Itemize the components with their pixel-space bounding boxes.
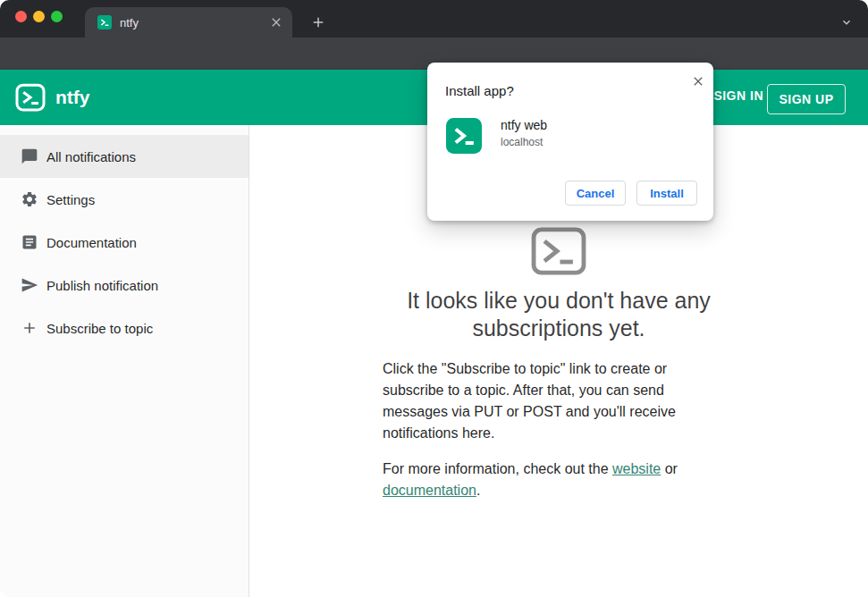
sidebar-item-label: Subscribe to topic — [46, 321, 153, 336]
send-icon — [21, 276, 38, 294]
sidebar: All notifications Settings Documentation… — [0, 125, 249, 597]
window-fullscreen-button[interactable] — [51, 11, 63, 22]
empty-state-copy: Click the "Subscribe to topic" link to c… — [383, 358, 697, 501]
window-minimize-button[interactable] — [33, 11, 45, 22]
tab-title: ntfy — [120, 16, 261, 29]
plus-icon — [21, 319, 38, 337]
brand-title: ntfy — [55, 87, 90, 108]
browser-window: ntfy localhost — [0, 0, 868, 597]
dialog-app-name: ntfy web — [501, 118, 547, 132]
sidebar-item-label: All notifications — [46, 149, 136, 164]
sidebar-item-label: Documentation — [46, 235, 137, 250]
sidebar-item-label: Settings — [46, 192, 95, 207]
ntfy-terminal-logo-icon — [531, 227, 586, 275]
gear-icon — [21, 190, 38, 208]
tab-search-chevron-icon[interactable] — [839, 15, 854, 29]
tab-close-icon[interactable] — [269, 15, 283, 29]
dialog-title: Install app? — [445, 83, 514, 98]
dialog-app-origin: localhost — [501, 136, 543, 148]
ntfy-logo-icon — [14, 81, 46, 114]
dialog-close-icon[interactable] — [691, 74, 705, 88]
article-icon — [21, 233, 38, 251]
window-close-button[interactable] — [15, 11, 27, 22]
sign-in-button[interactable]: SIGN IN — [713, 88, 763, 103]
documentation-link[interactable]: documentation — [383, 483, 476, 498]
install-app-dialog: Install app? ntfy web localhost Cancel I… — [427, 63, 713, 221]
new-tab-button[interactable] — [310, 14, 326, 30]
more-info-text: or — [661, 461, 678, 476]
sidebar-item-all-notifications[interactable]: All notifications — [0, 135, 249, 178]
website-link[interactable]: website — [612, 461, 661, 476]
sidebar-item-settings[interactable]: Settings — [0, 178, 249, 221]
ntfy-app-icon — [446, 118, 482, 154]
empty-state-instructions: Click the "Subscribe to topic" link to c… — [383, 358, 697, 444]
more-info-text: . — [476, 483, 480, 498]
empty-state-heading: It looks like you don't have any subscri… — [362, 287, 755, 342]
sidebar-item-documentation[interactable]: Documentation — [0, 221, 249, 264]
chat-bubble-icon — [21, 147, 38, 165]
empty-state-more-info: For more information, check out the webs… — [383, 458, 697, 501]
sidebar-item-label: Publish notification — [46, 278, 158, 293]
sign-up-button[interactable]: SIGN UP — [767, 84, 846, 114]
ntfy-favicon-icon — [97, 15, 112, 29]
cancel-button[interactable]: Cancel — [565, 181, 626, 206]
install-button[interactable]: Install — [636, 181, 697, 206]
more-info-text: For more information, check out the — [383, 461, 612, 476]
browser-tab[interactable]: ntfy — [85, 7, 292, 38]
sidebar-item-publish-notification[interactable]: Publish notification — [0, 264, 249, 307]
sidebar-item-subscribe-to-topic[interactable]: Subscribe to topic — [0, 307, 249, 349]
window-titlebar: ntfy — [0, 0, 868, 38]
